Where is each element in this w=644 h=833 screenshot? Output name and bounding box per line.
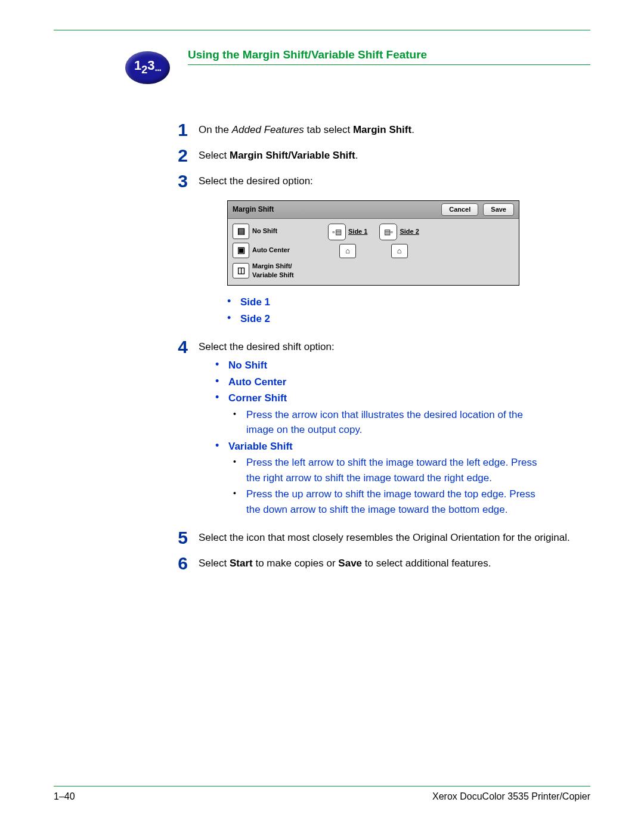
option-label: Margin Shift/Variable Shift xyxy=(252,262,294,280)
step-number: 1 xyxy=(170,120,188,140)
dialog-body: ▤ No Shift ▣ Auto Center ◫ Margin Shift/… xyxy=(228,219,519,286)
bullet-label: Corner Shift xyxy=(228,391,287,406)
step-body: Select the desired shift option: • No Sh… xyxy=(199,337,587,522)
shift-option-bullets: • No Shift • Auto Center • Corner Shift … xyxy=(215,358,587,517)
text: Select xyxy=(199,558,230,569)
bullet-item: • No Shift xyxy=(215,358,587,373)
icon-dots: ... xyxy=(155,63,161,73)
text: Select the desired option: xyxy=(199,175,313,187)
bullet-label: Auto Center xyxy=(228,374,286,390)
page-footer: 1–40 Xerox DocuColor 3535 Printer/Copier xyxy=(54,786,590,802)
section-heading: Using the Margin Shift/Variable Shift Fe… xyxy=(188,48,590,65)
bullet-icon: • xyxy=(233,407,239,420)
ui-screenshot: Margin Shift Cancel Save ▤ No Shift ▣ xyxy=(227,200,519,286)
bullet-icon: • xyxy=(215,358,221,371)
icon-n2: 2 xyxy=(141,64,147,76)
sub-bullet-text: Press the arrow icon that illustrates th… xyxy=(246,407,544,438)
step-6: 6 Select Start to make copies or Save to… xyxy=(170,553,587,573)
option-margin-variable[interactable]: ◫ Margin Shift/Variable Shift xyxy=(233,262,316,280)
text: tab select xyxy=(304,124,353,135)
icon-n3: 3 xyxy=(147,58,154,73)
bullet-label: No Shift xyxy=(228,358,267,373)
text: to make copies or xyxy=(253,558,339,569)
shift-icon: ◫ xyxy=(233,263,249,278)
text-bold: Margin Shift xyxy=(353,124,411,135)
bullet-item: • Side 2 xyxy=(227,311,587,327)
text: . xyxy=(411,124,414,135)
save-button[interactable]: Save xyxy=(483,203,514,216)
cancel-button[interactable]: Cancel xyxy=(441,203,478,216)
step-body: On the Added Features tab select Margin … xyxy=(199,120,587,137)
text: to select additional features. xyxy=(362,558,491,569)
text-italic: Added Features xyxy=(232,124,304,135)
sub-bullet-text: Press the up arrow to shift the image to… xyxy=(246,487,544,517)
page-number: 1–40 xyxy=(54,791,75,802)
bullet-item: • Auto Center xyxy=(215,374,587,390)
product-name: Xerox DocuColor 3535 Printer/Copier xyxy=(432,791,590,802)
option-no-shift[interactable]: ▤ No Shift xyxy=(233,224,316,239)
footer-row: 1–40 Xerox DocuColor 3535 Printer/Copier xyxy=(54,791,590,802)
bullet-icon: • xyxy=(227,311,233,325)
center-icon: ▣ xyxy=(233,243,249,258)
step-3: 3 Select the desired option: Margin Shif… xyxy=(170,171,587,331)
bullet-item: • Side 1 xyxy=(227,295,587,310)
text-bold: Margin Shift/Variable Shift xyxy=(230,150,355,161)
footer-rule xyxy=(54,786,590,786)
option-label: No Shift xyxy=(252,227,277,236)
side-bullets: • Side 1 • Side 2 xyxy=(227,295,587,326)
bullet-label: Side 2 xyxy=(240,311,270,327)
document-page: 123... Using the Margin Shift/Variable S… xyxy=(0,0,644,833)
icon-n1: 1 xyxy=(134,58,141,73)
step-number: 4 xyxy=(170,337,188,357)
step-number: 2 xyxy=(170,145,188,165)
bullet-label: Side 1 xyxy=(240,295,270,310)
bullet-icon: • xyxy=(233,487,239,500)
bullet-icon: • xyxy=(233,455,239,468)
steps-123-icon: 123... xyxy=(125,51,170,84)
side1-label: Side 1 xyxy=(348,227,367,236)
step-4: 4 Select the desired shift option: • No … xyxy=(170,337,587,522)
bullet-icon: • xyxy=(227,295,233,308)
sub-bullet-item: • Press the left arrow to shift the imag… xyxy=(233,455,587,485)
step-body: Select Start to make copies or Save to s… xyxy=(199,553,587,571)
step-body: Select Margin Shift/Variable Shift. xyxy=(199,145,587,163)
text: Select the icon that most closely resemb… xyxy=(199,532,570,543)
text: Select xyxy=(199,150,230,161)
step-5: 5 Select the icon that most closely rese… xyxy=(170,528,587,547)
option-auto-center[interactable]: ▣ Auto Center xyxy=(233,243,316,258)
option-label: Auto Center xyxy=(252,246,290,255)
sub-bullets: • Press the left arrow to shift the imag… xyxy=(233,455,587,517)
side2-label: Side 2 xyxy=(400,227,419,236)
side2-column: ▤▫ Side 2 ⌂ xyxy=(379,224,419,280)
dialog-title: Margin Shift xyxy=(233,205,436,214)
step-body: Select the icon that most closely resemb… xyxy=(199,528,587,545)
sub-bullet-item: • Press the arrow icon that illustrates … xyxy=(233,407,587,438)
heading-row: 123... Using the Margin Shift/Variable S… xyxy=(125,48,590,84)
text-bold: Save xyxy=(338,558,362,569)
step-2: 2 Select Margin Shift/Variable Shift. xyxy=(170,145,587,165)
step-1: 1 On the Added Features tab select Margi… xyxy=(170,120,587,140)
sub-bullet-text: Press the left arrow to shift the image … xyxy=(246,455,544,485)
step-number: 3 xyxy=(170,171,188,191)
dialog-header: Margin Shift Cancel Save xyxy=(228,201,519,219)
home-icon[interactable]: ⌂ xyxy=(391,244,408,258)
top-rule xyxy=(54,30,590,30)
bullet-item: • Variable Shift xyxy=(215,439,587,454)
bullet-icon: • xyxy=(215,391,221,404)
steps-list: 1 On the Added Features tab select Margi… xyxy=(170,120,587,573)
home-icon[interactable]: ⌂ xyxy=(339,244,356,258)
bullet-icon: • xyxy=(215,439,221,453)
text: Select the desired shift option: xyxy=(199,341,335,352)
text-bold: Start xyxy=(230,558,253,569)
side1-icon[interactable]: ▫▤ xyxy=(328,224,346,240)
bullet-icon: • xyxy=(215,374,221,388)
text: On the xyxy=(199,124,232,135)
dialog-options: ▤ No Shift ▣ Auto Center ◫ Margin Shift/… xyxy=(233,224,316,280)
sub-bullets: • Press the arrow icon that illustrates … xyxy=(233,407,587,438)
side2-icon[interactable]: ▤▫ xyxy=(379,224,397,240)
bullet-item: • Corner Shift xyxy=(215,391,587,406)
step-number: 5 xyxy=(170,528,188,547)
sub-bullet-item: • Press the up arrow to shift the image … xyxy=(233,487,587,517)
step-number: 6 xyxy=(170,553,188,573)
bullet-label: Variable Shift xyxy=(228,439,293,454)
